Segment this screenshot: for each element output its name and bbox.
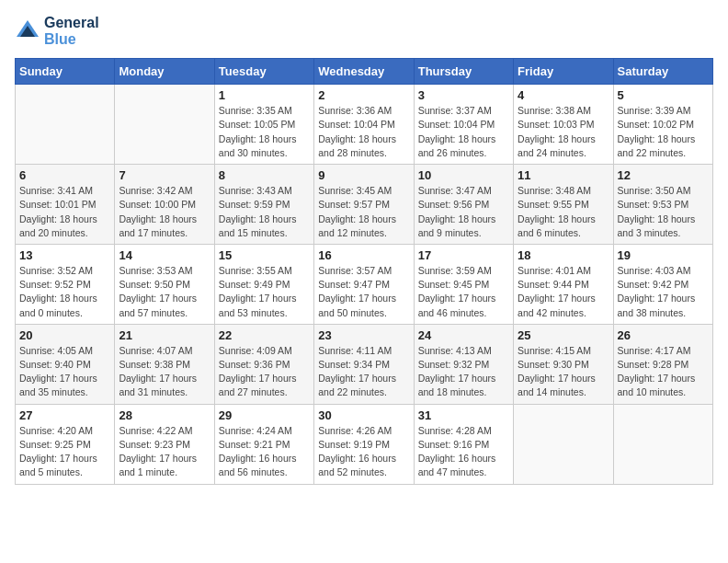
calendar-cell: 26Sunrise: 4:17 AM Sunset: 9:28 PM Dayli…: [613, 324, 712, 404]
day-number: 5: [618, 88, 709, 102]
day-number: 8: [219, 168, 310, 182]
day-info: Sunrise: 3:36 AM Sunset: 10:04 PM Daylig…: [318, 104, 409, 160]
calendar-week-row: 1Sunrise: 3:35 AM Sunset: 10:05 PM Dayli…: [16, 85, 713, 165]
day-info: Sunrise: 3:41 AM Sunset: 10:01 PM Daylig…: [19, 184, 110, 240]
day-number: 15: [219, 248, 310, 262]
day-info: Sunrise: 3:57 AM Sunset: 9:47 PM Dayligh…: [318, 264, 409, 320]
calendar-week-row: 27Sunrise: 4:20 AM Sunset: 9:25 PM Dayli…: [16, 404, 713, 484]
day-info: Sunrise: 3:43 AM Sunset: 9:59 PM Dayligh…: [219, 184, 310, 240]
day-number: 27: [19, 408, 110, 422]
calendar-week-row: 20Sunrise: 4:05 AM Sunset: 9:40 PM Dayli…: [16, 324, 713, 404]
calendar-cell: 30Sunrise: 4:26 AM Sunset: 9:19 PM Dayli…: [314, 404, 414, 484]
calendar-table: SundayMondayTuesdayWednesdayThursdayFrid…: [15, 58, 713, 484]
page-header: General Blue: [15, 15, 713, 47]
day-number: 22: [219, 328, 310, 342]
day-number: 7: [119, 168, 210, 182]
logo: General Blue: [15, 15, 99, 47]
calendar-cell: 3Sunrise: 3:37 AM Sunset: 10:04 PM Dayli…: [414, 85, 513, 165]
calendar-cell: 27Sunrise: 4:20 AM Sunset: 9:25 PM Dayli…: [16, 404, 115, 484]
calendar-cell: 6Sunrise: 3:41 AM Sunset: 10:01 PM Dayli…: [16, 165, 115, 245]
day-number: 4: [518, 88, 609, 102]
day-number: 31: [418, 408, 509, 422]
day-info: Sunrise: 4:15 AM Sunset: 9:30 PM Dayligh…: [518, 344, 609, 400]
calendar-cell: 9Sunrise: 3:45 AM Sunset: 9:57 PM Daylig…: [314, 165, 414, 245]
day-number: 26: [618, 328, 709, 342]
day-info: Sunrise: 3:55 AM Sunset: 9:49 PM Dayligh…: [219, 264, 310, 320]
day-number: 24: [418, 328, 509, 342]
day-number: 21: [119, 328, 210, 342]
calendar-cell: [514, 404, 613, 484]
calendar-cell: 12Sunrise: 3:50 AM Sunset: 9:53 PM Dayli…: [613, 165, 712, 245]
calendar-cell: 4Sunrise: 3:38 AM Sunset: 10:03 PM Dayli…: [514, 85, 613, 165]
day-info: Sunrise: 4:28 AM Sunset: 9:16 PM Dayligh…: [418, 424, 509, 480]
day-number: 13: [19, 248, 110, 262]
day-info: Sunrise: 3:35 AM Sunset: 10:05 PM Daylig…: [219, 104, 310, 160]
day-info: Sunrise: 3:53 AM Sunset: 9:50 PM Dayligh…: [119, 264, 210, 320]
calendar-cell: 2Sunrise: 3:36 AM Sunset: 10:04 PM Dayli…: [314, 85, 414, 165]
day-info: Sunrise: 4:11 AM Sunset: 9:34 PM Dayligh…: [318, 344, 409, 400]
day-info: Sunrise: 4:20 AM Sunset: 9:25 PM Dayligh…: [19, 424, 110, 480]
day-number: 19: [618, 248, 709, 262]
weekday-header: Saturday: [613, 59, 712, 85]
calendar-cell: 21Sunrise: 4:07 AM Sunset: 9:38 PM Dayli…: [115, 324, 214, 404]
day-info: Sunrise: 4:07 AM Sunset: 9:38 PM Dayligh…: [119, 344, 210, 400]
day-number: 2: [318, 88, 409, 102]
logo-icon: [15, 18, 40, 44]
calendar-cell: 24Sunrise: 4:13 AM Sunset: 9:32 PM Dayli…: [414, 324, 513, 404]
day-info: Sunrise: 4:26 AM Sunset: 9:19 PM Dayligh…: [318, 424, 409, 480]
day-number: 1: [219, 88, 310, 102]
day-number: 20: [19, 328, 110, 342]
weekday-header: Thursday: [414, 59, 513, 85]
calendar-header: SundayMondayTuesdayWednesdayThursdayFrid…: [16, 59, 713, 85]
calendar-cell: 31Sunrise: 4:28 AM Sunset: 9:16 PM Dayli…: [414, 404, 513, 484]
calendar-cell: 13Sunrise: 3:52 AM Sunset: 9:52 PM Dayli…: [16, 244, 115, 324]
calendar-cell: 7Sunrise: 3:42 AM Sunset: 10:00 PM Dayli…: [115, 165, 214, 245]
calendar-cell: 19Sunrise: 4:03 AM Sunset: 9:42 PM Dayli…: [613, 244, 712, 324]
day-info: Sunrise: 3:47 AM Sunset: 9:56 PM Dayligh…: [418, 184, 509, 240]
day-number: 25: [518, 328, 609, 342]
day-number: 14: [119, 248, 210, 262]
day-info: Sunrise: 3:48 AM Sunset: 9:55 PM Dayligh…: [518, 184, 609, 240]
day-info: Sunrise: 3:59 AM Sunset: 9:45 PM Dayligh…: [418, 264, 509, 320]
calendar-cell: 25Sunrise: 4:15 AM Sunset: 9:30 PM Dayli…: [514, 324, 613, 404]
calendar-cell: 16Sunrise: 3:57 AM Sunset: 9:47 PM Dayli…: [314, 244, 414, 324]
calendar-week-row: 6Sunrise: 3:41 AM Sunset: 10:01 PM Dayli…: [16, 165, 713, 245]
day-info: Sunrise: 3:50 AM Sunset: 9:53 PM Dayligh…: [618, 184, 709, 240]
day-number: 10: [418, 168, 509, 182]
day-number: 12: [618, 168, 709, 182]
calendar-cell: 1Sunrise: 3:35 AM Sunset: 10:05 PM Dayli…: [214, 85, 313, 165]
day-info: Sunrise: 4:13 AM Sunset: 9:32 PM Dayligh…: [418, 344, 509, 400]
calendar-cell: 14Sunrise: 3:53 AM Sunset: 9:50 PM Dayli…: [115, 244, 214, 324]
calendar-cell: [115, 85, 214, 165]
day-info: Sunrise: 4:22 AM Sunset: 9:23 PM Dayligh…: [119, 424, 210, 480]
day-number: 18: [518, 248, 609, 262]
day-info: Sunrise: 3:38 AM Sunset: 10:03 PM Daylig…: [518, 104, 609, 160]
calendar-cell: 28Sunrise: 4:22 AM Sunset: 9:23 PM Dayli…: [115, 404, 214, 484]
weekday-header: Sunday: [16, 59, 115, 85]
day-info: Sunrise: 4:01 AM Sunset: 9:44 PM Dayligh…: [518, 264, 609, 320]
weekday-header: Friday: [514, 59, 613, 85]
day-number: 23: [318, 328, 409, 342]
weekday-header: Monday: [115, 59, 214, 85]
day-info: Sunrise: 4:24 AM Sunset: 9:21 PM Dayligh…: [219, 424, 310, 480]
day-info: Sunrise: 3:52 AM Sunset: 9:52 PM Dayligh…: [19, 264, 110, 320]
calendar-cell: 20Sunrise: 4:05 AM Sunset: 9:40 PM Dayli…: [16, 324, 115, 404]
day-info: Sunrise: 3:37 AM Sunset: 10:04 PM Daylig…: [418, 104, 509, 160]
day-info: Sunrise: 4:09 AM Sunset: 9:36 PM Dayligh…: [219, 344, 310, 400]
day-info: Sunrise: 3:45 AM Sunset: 9:57 PM Dayligh…: [318, 184, 409, 240]
calendar-cell: 5Sunrise: 3:39 AM Sunset: 10:02 PM Dayli…: [613, 85, 712, 165]
day-info: Sunrise: 3:42 AM Sunset: 10:00 PM Daylig…: [119, 184, 210, 240]
day-number: 17: [418, 248, 509, 262]
calendar-cell: 15Sunrise: 3:55 AM Sunset: 9:49 PM Dayli…: [214, 244, 313, 324]
day-info: Sunrise: 4:03 AM Sunset: 9:42 PM Dayligh…: [618, 264, 709, 320]
calendar-cell: 10Sunrise: 3:47 AM Sunset: 9:56 PM Dayli…: [414, 165, 513, 245]
calendar-cell: 8Sunrise: 3:43 AM Sunset: 9:59 PM Daylig…: [214, 165, 313, 245]
weekday-header: Tuesday: [214, 59, 313, 85]
day-number: 6: [19, 168, 110, 182]
day-number: 9: [318, 168, 409, 182]
day-info: Sunrise: 3:39 AM Sunset: 10:02 PM Daylig…: [618, 104, 709, 160]
day-number: 29: [219, 408, 310, 422]
calendar-cell: [613, 404, 712, 484]
calendar-cell: 23Sunrise: 4:11 AM Sunset: 9:34 PM Dayli…: [314, 324, 414, 404]
day-number: 3: [418, 88, 509, 102]
